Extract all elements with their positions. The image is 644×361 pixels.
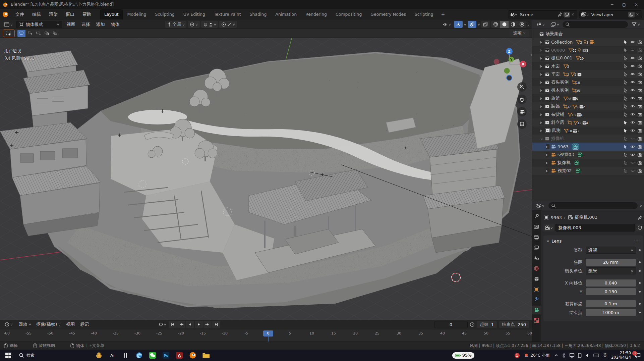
selectable-toggle[interactable] — [624, 128, 628, 133]
selectable-toggle[interactable] — [624, 48, 628, 52]
viewport-3d[interactable]: 用户透视 (0) 风测 | 9963 Z Y X — [0, 38, 532, 320]
menu-渲染[interactable]: 渲染 — [45, 11, 62, 17]
new-scene-button[interactable] — [564, 12, 570, 17]
expander-icon[interactable] — [540, 64, 544, 69]
shading-material-button[interactable] — [509, 21, 517, 28]
disable-render-toggle[interactable] — [638, 48, 642, 52]
outliner-row[interactable]: 平面25 — [532, 70, 644, 78]
outliner-item-label[interactable]: 装饰 — [551, 103, 560, 109]
keyboard-icon[interactable] — [593, 353, 599, 357]
outliner-item-label[interactable]: 平面 — [551, 71, 560, 77]
outliner-item-label[interactable]: 水面 — [551, 63, 560, 69]
hide-viewport-toggle[interactable] — [630, 128, 635, 133]
wechat-taskbar-button[interactable] — [146, 350, 159, 361]
expander-icon[interactable] — [546, 144, 549, 149]
select-subtract-button[interactable] — [34, 30, 42, 37]
timeline-menu-抠像(插帧)[interactable]: 抠像(插帧)∨ — [34, 321, 63, 327]
outliner-item-label[interactable]: 摄像机 — [558, 160, 571, 166]
hide-viewport-toggle[interactable] — [630, 88, 635, 92]
visibility-dropdown[interactable]: ∨ — [441, 21, 453, 28]
hide-viewport-toggle[interactable] — [630, 40, 635, 44]
input-language[interactable]: 英 — [603, 353, 607, 358]
pet-dog-taskbar-button[interactable] — [92, 350, 106, 361]
properties-tab-view-layer-icon[interactable] — [532, 244, 541, 252]
selectable-toggle[interactable] — [624, 96, 628, 101]
viewlayer-selector[interactable]: ∨ ViewLayer ✕ — [579, 10, 642, 18]
disable-render-toggle[interactable] — [638, 137, 642, 141]
outliner-item-label[interactable]: 视觉02 — [558, 168, 572, 174]
panel-grip-icon[interactable]: :::: — [634, 239, 640, 243]
outliner-item-label[interactable]: 石头实例 — [551, 79, 569, 85]
jump-end-button[interactable] — [212, 321, 220, 328]
hide-viewport-toggle[interactable] — [630, 80, 635, 84]
selectable-toggle[interactable] — [624, 112, 628, 117]
phone-icon[interactable] — [578, 353, 582, 358]
outliner-row[interactable]: 水面2 — [532, 62, 644, 70]
select-set-button[interactable] — [17, 30, 25, 37]
pin-icon[interactable] — [557, 12, 564, 17]
select-extend-button[interactable] — [26, 30, 34, 37]
tool-options-button[interactable]: 选项∨ — [510, 30, 529, 37]
workspace-tab-geometry-nodes[interactable]: Geometry Nodes — [366, 9, 410, 19]
animate-dot[interactable] — [639, 270, 641, 272]
outliner-row[interactable]: 石头实例10 — [532, 78, 644, 86]
fake-user-button[interactable] — [636, 224, 643, 231]
expander-icon[interactable] — [546, 152, 549, 157]
camera-view-button[interactable] — [517, 107, 527, 116]
hide-viewport-toggle[interactable] — [630, 104, 635, 108]
animate-dot[interactable] — [639, 312, 641, 313]
blender-app-taskbar-button[interactable] — [186, 350, 199, 361]
select-intersect-button[interactable] — [51, 30, 59, 37]
workspace-tab-shading[interactable]: Shading — [245, 9, 271, 19]
properties-tab-modifier-wrench-icon[interactable] — [532, 296, 541, 304]
new-viewlayer-button[interactable] — [628, 12, 635, 17]
properties-options-button[interactable]: ∨ — [639, 204, 642, 207]
hide-viewport-toggle[interactable] — [630, 120, 635, 124]
outliner-item-label[interactable]: 旅馆 — [551, 95, 560, 101]
expander-icon[interactable] — [540, 88, 544, 93]
disable-render-toggle[interactable] — [638, 89, 642, 92]
breadcrumb-data[interactable]: 摄像机.003 — [575, 214, 597, 220]
maximize-button[interactable]: ▢ — [622, 2, 626, 7]
auto-key-button[interactable]: ∨ — [157, 321, 168, 328]
expander-icon[interactable] — [540, 96, 544, 101]
disable-render-toggle[interactable] — [638, 169, 642, 173]
overlays-toggle[interactable] — [468, 21, 476, 28]
expander-icon[interactable] — [546, 168, 549, 173]
camera-data-browse-button[interactable]: ∨ — [543, 224, 554, 231]
timeline-menu-回放[interactable]: 回放∨ — [16, 321, 34, 327]
blender-menu-icon[interactable] — [2, 11, 9, 17]
properties-search-input[interactable] — [548, 202, 638, 209]
outliner-item-label[interactable]: 栅栏0.001 — [551, 55, 572, 61]
active-tool-button[interactable] — [3, 30, 15, 37]
workspace-tab-uv-editing[interactable]: UV Editing — [179, 9, 210, 19]
hide-viewport-toggle[interactable] — [630, 112, 635, 116]
outliner-row[interactable]: 00000658 — [532, 46, 644, 54]
outliner-item-label[interactable]: 00000 — [551, 48, 565, 53]
field-value[interactable]: 0.130 — [586, 288, 636, 295]
expander-icon[interactable] — [540, 112, 544, 117]
hide-viewport-toggle[interactable] — [630, 48, 635, 52]
play-button[interactable] — [195, 321, 203, 328]
animate-dot[interactable] — [639, 282, 641, 284]
disable-render-toggle[interactable] — [638, 64, 642, 68]
disable-render-toggle[interactable] — [638, 121, 642, 124]
field-value[interactable]: 26 mm — [586, 259, 636, 266]
expander-icon[interactable] — [540, 56, 544, 61]
ortho-toggle-button[interactable] — [517, 119, 527, 129]
workspace-tab-compositing[interactable]: Compositing — [331, 9, 366, 19]
hide-viewport-toggle[interactable] — [630, 96, 635, 100]
scene-name[interactable]: Scene — [517, 12, 557, 17]
snap-toggle[interactable]: ∨ — [201, 21, 218, 28]
taskbar-clock[interactable]: 21:502024/4/24 — [611, 351, 631, 360]
outliner-row[interactable]: 视觉02 — [532, 167, 644, 175]
photoshop-taskbar-button[interactable]: Ps — [159, 350, 173, 361]
outliner-item-label[interactable]: 杂货铺 — [551, 111, 564, 117]
mode-dropdown[interactable]: 物体模式 ∨ — [16, 21, 62, 28]
shading-wireframe-button[interactable] — [491, 21, 500, 28]
field-value[interactable]: 1000 m — [586, 309, 636, 316]
viewlayer-name[interactable]: ViewLayer — [589, 12, 628, 17]
field-dropdown[interactable]: 透视∨ — [586, 247, 636, 254]
outliner-row[interactable]: 摄像机 — [532, 135, 644, 143]
viewport-menu-物体[interactable]: 物体 — [108, 21, 123, 28]
